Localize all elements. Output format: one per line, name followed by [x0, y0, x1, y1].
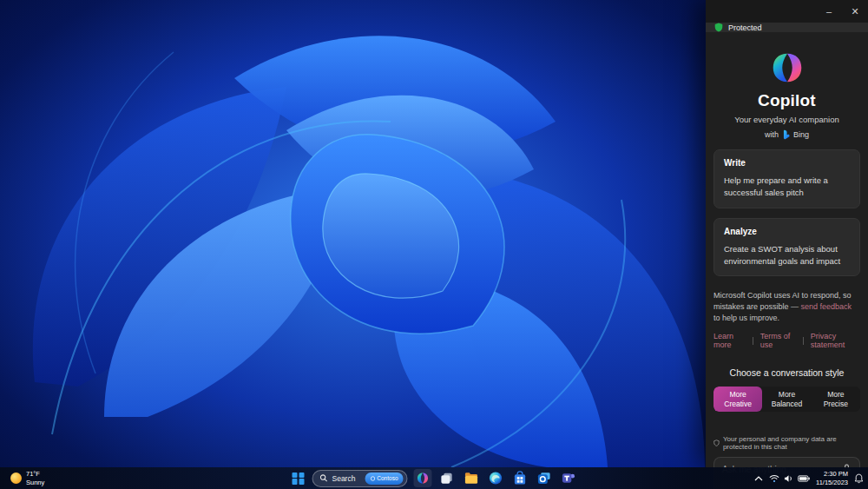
card-title: Analyze	[724, 227, 850, 236]
outlook-icon	[537, 471, 552, 486]
taskbar-center: Search Contoso	[291, 469, 578, 487]
close-button[interactable]: ✕	[842, 0, 868, 23]
disclaimer-text-after: to help us improve.	[713, 314, 779, 322]
taskbar-app-edge[interactable]	[487, 469, 505, 487]
bloom-artwork	[0, 0, 706, 467]
tray-overflow-chevron[interactable]	[754, 476, 763, 481]
search-icon	[320, 474, 328, 482]
weather-condition: Sunny	[26, 479, 44, 486]
taskbar-search[interactable]: Search Contoso	[312, 470, 408, 487]
tray-time: 2:30 PM	[824, 470, 848, 479]
file-explorer-icon	[464, 471, 479, 486]
protected-status-bar: Protected	[706, 23, 868, 32]
taskbar-app-file-explorer[interactable]	[463, 469, 481, 487]
copilot-logo-icon	[767, 48, 807, 88]
windows-logo-icon	[293, 472, 305, 485]
taskbar-app-outlook[interactable]	[536, 469, 554, 487]
taskbar-app-teams[interactable]	[560, 469, 578, 487]
wifi-icon	[769, 474, 779, 483]
sparkle-icon	[370, 476, 375, 481]
legal-links-row: Learn more Terms of use Privacy statemen…	[713, 332, 860, 349]
copilot-hero: Copilot Your everyday AI companion with …	[713, 48, 860, 140]
card-body: Create a SWOT analysis about environment…	[724, 243, 850, 268]
copilot-content: Copilot Your everyday AI companion with …	[706, 32, 868, 489]
protected-label: Protected	[728, 23, 762, 32]
sunny-weather-icon	[10, 472, 22, 484]
data-protection-note: Your personal and company data are prote…	[713, 435, 860, 451]
copilot-title: Copilot	[713, 91, 860, 110]
shield-outline-icon	[713, 439, 720, 447]
weather-temperature: 71°F	[26, 470, 44, 478]
card-body: Help me prepare and write a successful s…	[724, 175, 850, 200]
taskbar-app-store[interactable]	[511, 469, 529, 487]
copilot-icon	[416, 471, 431, 486]
link-divider	[803, 337, 804, 345]
clock-widget[interactable]: 2:30 PM 11/15/2023	[816, 470, 848, 487]
desktop: – ✕ Protected Copilot Your everyday AI c…	[0, 0, 868, 489]
chevron-up-icon	[754, 476, 763, 481]
search-highlight-badge: Contoso	[365, 472, 403, 485]
with-bing-row: with Bing	[713, 129, 860, 140]
copilot-tagline: Your everyday AI companion	[713, 115, 860, 124]
copilot-sidebar: – ✕ Protected Copilot Your everyday AI c…	[706, 0, 868, 467]
bell-icon	[854, 473, 864, 484]
tray-date: 11/15/2023	[816, 479, 848, 487]
battery-icon	[798, 475, 810, 482]
link-divider	[753, 337, 753, 345]
learn-more-link[interactable]: Learn more	[713, 332, 746, 349]
bing-label: Bing	[793, 130, 809, 139]
shield-icon	[714, 23, 723, 32]
data-protection-text: Your personal and company data are prote…	[723, 435, 860, 451]
taskbar-app-task-view[interactable]	[438, 469, 457, 487]
taskbar-app-copilot[interactable]	[414, 469, 432, 487]
start-button[interactable]	[291, 471, 306, 486]
microsoft-edge-icon	[489, 471, 503, 486]
privacy-statement-link[interactable]: Privacy statement	[811, 332, 860, 349]
task-view-icon	[440, 471, 455, 486]
microsoft-teams-icon	[562, 471, 576, 486]
style-option-more-creative[interactable]: More Creative	[713, 387, 762, 412]
send-feedback-link[interactable]: send feedback	[801, 302, 852, 311]
taskbar: 71°F Sunny Search Contoso	[0, 467, 868, 489]
style-option-more-balanced[interactable]: More Balanced	[762, 387, 811, 412]
volume-icon	[784, 474, 793, 483]
ai-disclaimer: Microsoft Copilot uses AI to respond, so…	[713, 290, 860, 324]
search-badge-label: Contoso	[377, 475, 398, 481]
terms-of-use-link[interactable]: Terms of use	[760, 332, 796, 349]
suggestion-card-analyze[interactable]: Analyze Create a SWOT analysis about env…	[713, 218, 860, 277]
conversation-style-switcher: More Creative More Balanced More Precise	[713, 387, 860, 412]
search-label: Search	[332, 474, 356, 483]
suggestion-card-write[interactable]: Write Help me prepare and write a succes…	[713, 149, 860, 208]
weather-widget[interactable]: 71°F Sunny	[5, 467, 49, 489]
card-title: Write	[724, 158, 850, 168]
microsoft-store-icon	[513, 471, 528, 486]
system-tray: 2:30 PM 11/15/2023	[754, 467, 864, 489]
with-label: with	[765, 130, 779, 139]
notifications-button[interactable]	[854, 473, 864, 484]
conversation-style-heading: Choose a conversation style	[713, 367, 860, 378]
bing-icon	[781, 129, 791, 140]
style-option-more-precise[interactable]: More Precise	[812, 387, 860, 412]
sidebar-titlebar: – ✕	[706, 0, 868, 23]
minimize-button[interactable]: –	[816, 0, 842, 23]
quick-settings-button[interactable]	[769, 474, 810, 483]
